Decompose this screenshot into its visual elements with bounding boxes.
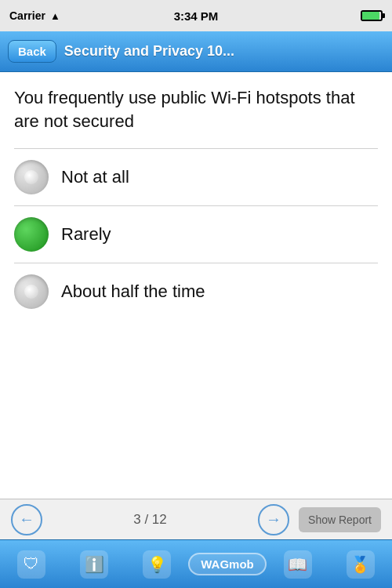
option-rarely[interactable]: Rarely [14, 205, 378, 263]
option-label-about-half: About half the time [61, 281, 205, 302]
option-label-rarely: Rarely [61, 224, 111, 245]
badge-icon: 🏅 [347, 550, 375, 579]
wagmob-label: WAGmob [188, 553, 267, 575]
radio-inner-about-half [24, 285, 38, 299]
radio-rarely [14, 217, 49, 252]
tab-badge[interactable]: 🏅 [329, 540, 392, 588]
option-label-not-at-all: Not at all [61, 167, 129, 187]
radio-not-at-all [14, 160, 49, 194]
tab-shield[interactable]: 🛡 [0, 540, 63, 588]
back-button[interactable]: Back [8, 40, 56, 63]
tab-bulb[interactable]: 💡 [125, 540, 188, 588]
next-button[interactable]: → [258, 504, 289, 535]
book-icon: 📖 [284, 550, 312, 579]
info-icon: ℹ️ [80, 550, 108, 579]
radio-about-half [14, 274, 49, 309]
prev-button[interactable]: ← [11, 504, 42, 535]
bulb-icon: 💡 [143, 550, 171, 579]
tab-bar: 🛡 ℹ️ 💡 WAGmob 📖 🏅 [0, 539, 392, 588]
radio-inner-not-at-all [24, 170, 38, 184]
carrier-label: Carrier [9, 9, 45, 22]
status-bar: Carrier ▲ 3:34 PM [0, 0, 392, 31]
wifi-icon: ▲ [50, 10, 60, 22]
nav-title: Security and Privacy 10... [64, 43, 234, 60]
nav-bar: Back Security and Privacy 10... [0, 31, 392, 72]
tab-info[interactable]: ℹ️ [63, 540, 125, 588]
show-report-button[interactable]: Show Report [299, 507, 381, 532]
main-content: You frequently use public Wi-Fi hotspots… [0, 72, 392, 320]
tab-book[interactable]: 📖 [267, 540, 329, 588]
page-indicator: 3 / 12 [52, 512, 249, 528]
tab-wagmob[interactable]: WAGmob [188, 540, 267, 588]
time-label: 3:34 PM [174, 9, 219, 23]
battery-icon [361, 10, 383, 21]
option-not-at-all[interactable]: Not at all [14, 148, 378, 205]
shield-icon: 🛡 [17, 550, 45, 579]
bottom-nav: ← 3 / 12 → Show Report [0, 499, 392, 539]
question-text: You frequently use public Wi-Fi hotspots… [14, 86, 378, 132]
option-about-half[interactable]: About half the time [14, 263, 378, 320]
